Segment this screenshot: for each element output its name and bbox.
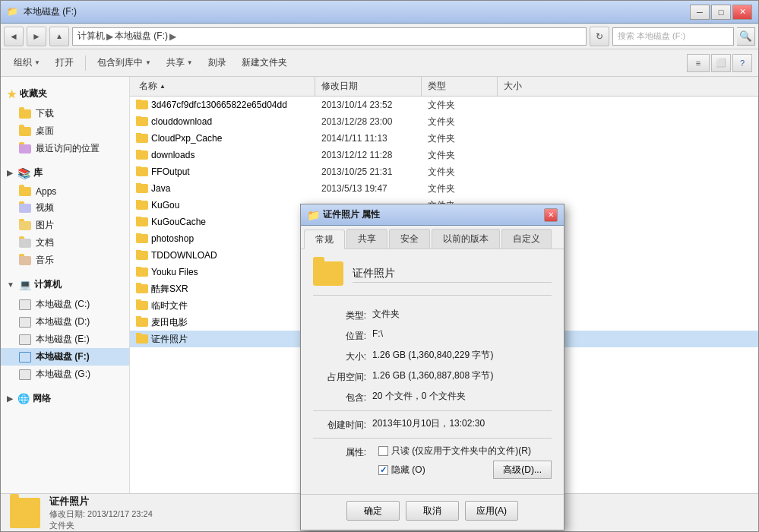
search-box-container: 搜索 本地磁盘 (F:) (612, 27, 734, 46)
table-row[interactable]: CloudPxp_Cache 2014/1/11 11:13 文件夹 (130, 130, 758, 147)
recent-folder-icon (19, 144, 31, 154)
prop-contains-label: 包含: (313, 390, 366, 404)
title-bar-left: 📁 本地磁盘 (F:) (7, 5, 77, 18)
dialog-title-text: 证件照片 属性 (323, 208, 380, 221)
music-folder-icon (19, 256, 31, 265)
sidebar-drive-c[interactable]: 本地磁盘 (C:) (1, 296, 129, 313)
file-name: photoshop (133, 233, 315, 244)
organize-button[interactable]: 组织 ▼ (7, 52, 47, 74)
dialog-close-button[interactable]: ✕ (544, 208, 558, 222)
hidden-label: 隐藏 (O) (391, 464, 425, 477)
sidebar-favorites-header[interactable]: ★ 收藏夹 (1, 83, 129, 105)
sidebar-library-header[interactable]: ▶ 📚 库 (1, 162, 129, 184)
sidebar-item-pictures[interactable]: 图片 (1, 217, 129, 234)
view-preview-button[interactable]: ⬜ (711, 54, 731, 72)
computer-arrow: ▼ (7, 280, 14, 289)
col-header-size[interactable]: 大小 (498, 77, 558, 96)
col-header-modified[interactable]: 修改日期 (315, 77, 422, 96)
col-header-type[interactable]: 类型 (422, 77, 498, 96)
readonly-checkbox[interactable] (378, 446, 388, 456)
refresh-button[interactable]: ↻ (590, 27, 609, 46)
forward-button[interactable]: ► (27, 27, 46, 46)
table-row[interactable]: FFOutput 2013/10/25 21:31 文件夹 (130, 163, 758, 180)
sidebar-drive-e-label: 本地磁盘 (E:) (36, 333, 90, 346)
sidebar-item-desktop[interactable]: 桌面 (1, 122, 129, 140)
docs-folder-icon (19, 239, 31, 248)
sidebar-computer-header[interactable]: ▼ 💻 计算机 (1, 274, 129, 296)
status-info: 证件照片 修改日期: 2013/12/17 23:24 文件夹 (49, 495, 153, 531)
dialog-apply-button[interactable]: 应用(A) (465, 501, 518, 521)
table-row[interactable]: 3d467cf9dfc130665822e65d04dd 2013/10/14 … (130, 97, 758, 113)
advanced-button[interactable]: 高级(D)... (493, 461, 552, 479)
sidebar: ★ 收藏夹 下载 桌面 最近访问的位置 ▶ 📚 库 (1, 77, 130, 493)
sidebar-item-video-label: 视频 (36, 201, 54, 214)
hidden-checkbox[interactable]: ✓ (378, 465, 388, 475)
dialog-title-bar[interactable]: 📁 证件照片 属性 ✕ (301, 204, 564, 226)
sidebar-item-music[interactable]: 音乐 (1, 252, 129, 269)
file-type: 文件夹 (422, 116, 498, 128)
drive-e-icon (19, 334, 31, 345)
prop-size-value: 1.26 GB (1,360,840,229 字节) (372, 349, 552, 362)
share-label: 共享 (166, 56, 185, 69)
sidebar-item-docs[interactable]: 文档 (1, 234, 129, 252)
dialog-tab-security[interactable]: 安全 (389, 229, 430, 249)
network-arrow: ▶ (7, 394, 13, 403)
computer-icon: 💻 (19, 279, 31, 290)
dialog-tab-previous[interactable]: 以前的版本 (432, 229, 500, 249)
sidebar-item-video[interactable]: 视频 (1, 199, 129, 217)
status-type: 文件夹 (49, 520, 153, 531)
hidden-checkbox-row: ✓ 隐藏 (O) 高级(D)... (372, 461, 552, 479)
sidebar-network-header[interactable]: ▶ 🌐 网络 (1, 388, 129, 410)
sidebar-item-download[interactable]: 下载 (1, 105, 129, 122)
include-button[interactable]: 包含到库中 ▼ (90, 52, 158, 74)
table-row[interactable]: Java 2013/5/13 19:47 文件夹 (130, 180, 758, 197)
properties-dialog: 📁 证件照片 属性 ✕ 常规 共享 安全 以前的版本 自定义 (300, 204, 565, 530)
file-modified: 2013/5/13 19:47 (315, 183, 422, 194)
table-row[interactable]: clouddownload 2013/12/28 23:00 文件夹 (130, 113, 758, 130)
view-toggle-button[interactable]: ≡ (687, 54, 710, 72)
help-button[interactable]: ? (732, 54, 752, 72)
file-modified: 2013/12/12 11:28 (315, 150, 422, 160)
minimize-button[interactable]: ─ (690, 5, 710, 20)
sidebar-item-recent[interactable]: 最近访问的位置 (1, 140, 129, 157)
maximize-button[interactable]: □ (711, 5, 731, 20)
new-folder-button[interactable]: 新建文件夹 (235, 52, 294, 74)
up-button[interactable]: ▲ (49, 27, 69, 46)
sidebar-drive-f[interactable]: 本地磁盘 (F:) (1, 348, 129, 366)
file-name: CloudPxp_Cache (133, 133, 315, 144)
file-modified: 2013/10/25 21:31 (315, 166, 422, 177)
sidebar-drive-g[interactable]: 本地磁盘 (G:) (1, 366, 129, 383)
path-sep-2: ▶ (169, 31, 176, 42)
dialog-cancel-button[interactable]: 取消 (406, 501, 459, 521)
share-button[interactable]: 共享 ▼ (160, 52, 200, 74)
back-button[interactable]: ◄ (4, 27, 24, 46)
new-folder-label: 新建文件夹 (242, 56, 287, 69)
drive-c-icon (19, 299, 31, 310)
dialog-folder-name[interactable]: 证件照片 (353, 265, 552, 283)
file-name: 麦田电影 (133, 316, 315, 329)
sidebar-item-apps[interactable]: Apps (1, 184, 129, 199)
dialog-tab-general[interactable]: 常规 (304, 230, 345, 249)
search-button[interactable]: 🔍 (737, 27, 755, 46)
open-button[interactable]: 打开 (49, 52, 81, 74)
col-header-name[interactable]: 名称 ▲ (133, 77, 315, 96)
attrs-label: 属性: (313, 445, 366, 459)
download-folder-icon (19, 109, 31, 119)
sidebar-drive-e[interactable]: 本地磁盘 (E:) (1, 331, 129, 348)
library-icon: 📚 (17, 167, 30, 179)
path-drive: 本地磁盘 (F:) (115, 30, 168, 43)
toolbar-sep-1 (85, 55, 86, 71)
file-modified: 2014/1/11 11:13 (315, 133, 422, 144)
dialog-ok-button[interactable]: 确定 (346, 501, 400, 521)
dialog-tab-custom[interactable]: 自定义 (501, 229, 552, 249)
path-computer: 计算机 (77, 30, 105, 43)
table-row[interactable]: downloads 2013/12/12 11:28 文件夹 (130, 147, 758, 163)
sidebar-drive-d[interactable]: 本地磁盘 (D:) (1, 313, 129, 331)
attrs-row: 属性: 只读 (仅应用于文件夹中的文件)(R) ✓ 隐藏 (O) 高级(D)..… (313, 445, 552, 482)
sidebar-item-docs-label: 文档 (36, 236, 54, 249)
dialog-tab-share[interactable]: 共享 (346, 229, 387, 249)
file-name: downloads (133, 150, 315, 160)
burn-button[interactable]: 刻录 (201, 52, 233, 74)
address-path[interactable]: 计算机 ▶ 本地磁盘 (F:) ▶ (72, 27, 587, 46)
close-button[interactable]: ✕ (732, 5, 752, 20)
